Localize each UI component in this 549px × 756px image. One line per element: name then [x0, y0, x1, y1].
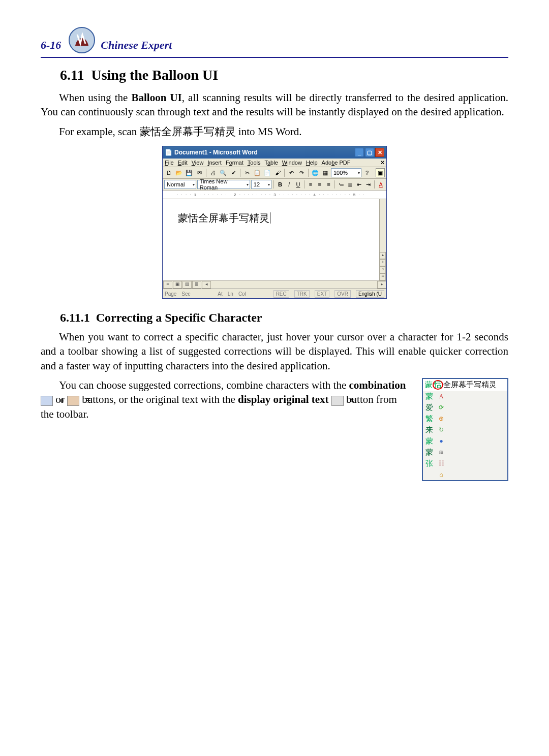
candidate-char[interactable]: 蒙: [423, 391, 435, 402]
read-icon[interactable]: ▣: [376, 168, 385, 177]
candidate-tool-icon[interactable]: ☷: [435, 458, 447, 469]
menu-tools[interactable]: Tools: [248, 160, 261, 166]
cut-icon[interactable]: ✂: [242, 168, 252, 177]
candidate-char[interactable]: [423, 469, 435, 480]
balloon-correction-popup: 蒙恬全屏幕手写精灵 蒙A爱⟳繁⊕来↻蒙●蒙≋张☷⌂: [422, 378, 508, 481]
header-title: Chinese Expert: [101, 39, 172, 55]
format-painter-icon[interactable]: 🖌: [273, 168, 282, 177]
subsection-heading: 6.11.1 Correcting a Specific Character: [60, 311, 508, 325]
numbering-icon[interactable]: ≔: [337, 180, 345, 189]
minimize-button[interactable]: _: [355, 148, 364, 157]
align-center-icon[interactable]: ≡: [316, 180, 324, 189]
page-header: 6-16 Chinese Expert: [41, 25, 508, 58]
status-sec: Sec: [181, 291, 190, 297]
bullets-icon[interactable]: ≣: [346, 180, 354, 189]
outline-view-icon[interactable]: ≣: [192, 281, 201, 289]
status-ovr: OVR: [334, 290, 351, 298]
browse-object-icon[interactable]: ○: [380, 266, 386, 273]
document-text: 蒙恬全屏幕手写精灵: [178, 211, 270, 225]
style-select[interactable]: Normal: [164, 180, 196, 189]
bold-button[interactable]: B: [276, 180, 284, 189]
normal-view-icon[interactable]: ≡: [163, 281, 172, 289]
status-at: At: [218, 291, 222, 297]
open-icon[interactable]: 📂: [174, 168, 184, 177]
paragraph-4: You can choose suggested corrections, co…: [41, 378, 408, 421]
status-col: Col: [238, 291, 246, 297]
page-number: 6-16: [41, 39, 61, 55]
word-view-bar: ≡ ▣ ▤ ≣ ◂ ▸: [163, 280, 386, 289]
undo-icon[interactable]: ↶: [287, 168, 296, 177]
print-icon[interactable]: 🖨: [208, 168, 218, 177]
menu-insert[interactable]: Insert: [207, 160, 222, 166]
candidate-tool-icon[interactable]: ⟳: [435, 402, 447, 413]
browse-up-icon[interactable]: ±: [380, 259, 386, 266]
word-document-area[interactable]: 蒙恬全屏幕手写精灵 ▴ ± ○ ∓: [163, 199, 386, 280]
preview-icon[interactable]: 🔍: [219, 168, 228, 177]
word-ruler: · · · · 1 · · · · · · · · 2 · · · · · · …: [163, 191, 386, 199]
font-color-icon[interactable]: A: [377, 180, 385, 189]
word-app-icon: 📄: [165, 149, 172, 156]
paste-icon[interactable]: 📄: [263, 168, 272, 177]
outdent-icon[interactable]: ⇤: [355, 180, 363, 189]
help-icon[interactable]: ?: [362, 168, 372, 177]
mail-icon[interactable]: ✉: [195, 168, 204, 177]
new-icon[interactable]: 🗋: [164, 168, 173, 177]
menu-file[interactable]: File: [165, 160, 174, 166]
balloon-header: 蒙恬全屏幕手写精灵: [423, 379, 507, 391]
menu-format[interactable]: Format: [226, 160, 243, 166]
italic-button[interactable]: I: [285, 180, 293, 189]
candidate-tool-icon[interactable]: ≋: [435, 447, 447, 458]
candidate-tool-icon[interactable]: ⌂: [435, 469, 447, 480]
status-trk: TRK: [294, 290, 310, 298]
menu-window[interactable]: Window: [282, 160, 302, 166]
vertical-scrollbar[interactable]: ▴ ± ○ ∓: [379, 199, 386, 280]
candidate-tool-icon[interactable]: ⊕: [435, 413, 447, 424]
redo-icon[interactable]: ↷: [297, 168, 306, 177]
menu-table[interactable]: Table: [264, 160, 278, 166]
copy-icon[interactable]: 📋: [253, 168, 262, 177]
candidate-char[interactable]: 来: [423, 424, 435, 435]
display-original-icon: ↻: [331, 396, 344, 406]
doc-close-button[interactable]: ×: [381, 159, 384, 166]
menu-view[interactable]: View: [192, 160, 204, 166]
close-button[interactable]: ✕: [375, 148, 384, 157]
web-view-icon[interactable]: ▣: [173, 281, 182, 289]
hscroll-left-icon[interactable]: ◂: [202, 281, 211, 289]
maximize-button[interactable]: ▢: [365, 148, 374, 157]
underline-button[interactable]: U: [294, 180, 302, 189]
align-left-icon[interactable]: ≡: [307, 180, 315, 189]
hscroll-right-icon[interactable]: ▸: [377, 281, 386, 289]
indent-icon[interactable]: ⇥: [364, 180, 373, 189]
candidate-char[interactable]: 蒙: [423, 447, 435, 458]
word-titlebar: 📄 Document1 - Microsoft Word _ ▢ ✕: [163, 146, 386, 159]
word-title: Document1 - Microsoft Word: [174, 149, 354, 156]
word-screenshot: 📄 Document1 - Microsoft Word _ ▢ ✕ File …: [162, 146, 387, 299]
scroll-up-icon[interactable]: ▴: [380, 252, 386, 259]
status-lang: English (U: [356, 290, 384, 298]
save-icon[interactable]: 💾: [185, 168, 194, 177]
browse-down-icon[interactable]: ∓: [380, 273, 386, 280]
font-select[interactable]: Times New Roman: [197, 180, 250, 189]
combination-icon-2: ☷: [67, 396, 79, 406]
paragraph-1: When using the Balloon UI, all scanning …: [41, 90, 508, 119]
menu-edit[interactable]: Edit: [178, 160, 188, 166]
candidate-tool-icon[interactable]: A: [435, 391, 447, 402]
candidate-char[interactable]: 蒙: [423, 435, 435, 447]
candidate-tool-icon[interactable]: ●: [435, 435, 447, 447]
candidate-char[interactable]: 繁: [423, 413, 435, 424]
tables-icon[interactable]: ▦: [321, 168, 330, 177]
candidate-char[interactable]: 爱: [423, 402, 435, 413]
menu-adobe[interactable]: Adobe PDF: [322, 160, 351, 166]
print-view-icon[interactable]: ▤: [182, 281, 192, 289]
candidate-tool-icon[interactable]: ↻: [435, 424, 447, 435]
status-page: Page: [165, 291, 176, 297]
paragraph-3: When you want to correct a specific char…: [41, 330, 508, 373]
candidate-char[interactable]: 张: [423, 458, 435, 469]
size-select[interactable]: 12: [251, 180, 271, 189]
spell-icon[interactable]: ✔: [229, 168, 238, 177]
zoom-select[interactable]: 100%: [331, 168, 361, 177]
hyperlink-icon[interactable]: 🌐: [311, 168, 320, 177]
menu-help[interactable]: Help: [306, 160, 318, 166]
word-menubar: File Edit View Insert Format Tools Table…: [163, 159, 386, 167]
align-right-icon[interactable]: ≡: [325, 180, 333, 189]
